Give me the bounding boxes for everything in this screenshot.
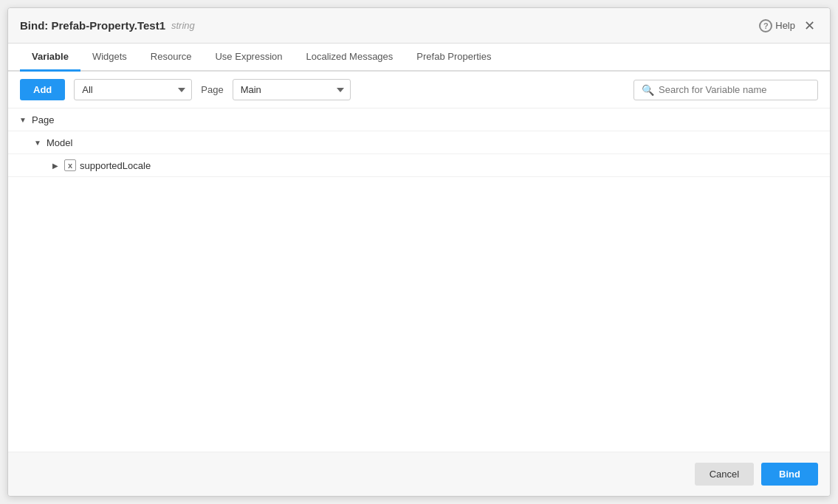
add-button[interactable]: Add [20,79,65,100]
dialog-header: Bind: Prefab-Property.Test1 string ? Hel… [8,8,830,44]
close-button[interactable]: ✕ [801,18,818,34]
dialog-footer: Cancel Bind [8,452,830,496]
node-label-page: Page [32,114,54,125]
cancel-button[interactable]: Cancel [695,463,754,486]
tabs-bar: Variable Widgets Resource Use Expression… [8,44,830,72]
node-label-supported-locale: supportedLocale [80,160,151,171]
tab-widgets[interactable]: Widgets [80,44,139,72]
help-label: Help [775,20,795,31]
help-icon: ? [759,19,772,32]
tree-node-page[interactable]: Page [8,108,830,131]
node-type-icon: x [64,159,76,171]
tab-variable[interactable]: Variable [20,44,80,72]
chevron-model [32,137,44,148]
help-button[interactable]: ? Help [759,19,795,32]
search-icon: 🔍 [642,84,654,96]
tree-node-supported-locale[interactable]: x supportedLocale [8,154,830,177]
node-label-model: Model [47,137,72,148]
tree-node-model[interactable]: Model [8,131,830,154]
chevron-page [17,114,29,125]
tab-use-expression[interactable]: Use Expression [203,44,294,72]
bind-dialog: Bind: Prefab-Property.Test1 string ? Hel… [7,7,831,497]
tab-localized-messages[interactable]: Localized Messages [295,44,405,72]
dialog-header-actions: ? Help ✕ [759,18,818,34]
page-select[interactable]: Main [233,79,351,100]
dialog-title: Bind: Prefab-Property.Test1 string [20,19,195,32]
tab-prefab-properties[interactable]: Prefab Properties [405,44,503,72]
chevron-supported-locale [49,159,61,171]
search-box: 🔍 [633,80,818,100]
bind-button[interactable]: Bind [761,463,818,486]
dialog-title-type: string [171,20,195,31]
content-area: Page Model x supportedLocale [8,108,830,452]
dialog-title-text: Bind: Prefab-Property.Test1 [20,19,165,32]
toolbar: Add All Model Service Device Page Main 🔍 [8,72,830,108]
search-input[interactable] [659,84,810,95]
page-label: Page [201,84,223,95]
filter-select[interactable]: All Model Service Device [74,79,192,100]
tab-resource[interactable]: Resource [139,44,204,72]
